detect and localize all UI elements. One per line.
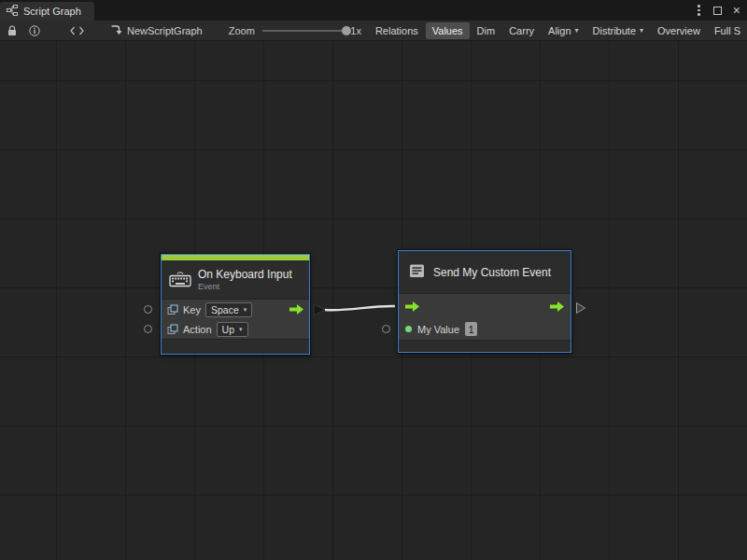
unity-script-graph-window: Script Graph ×: [0, 0, 747, 560]
keyboard-node-footer: [162, 339, 309, 354]
flow-output-arrow[interactable]: [550, 301, 564, 312]
node-title: Send My Custom Event: [433, 266, 551, 279]
script-graph-asset-icon: [110, 24, 121, 37]
wire-path: [325, 306, 395, 310]
key-dropdown-value: Space: [211, 304, 239, 315]
graph-canvas[interactable]: On Keyboard Input Event Key Space ▾: [0, 41, 747, 560]
my-value-field[interactable]: 1: [465, 322, 477, 336]
send-my-custom-event-node[interactable]: Send My Custom Event My Value 1: [398, 250, 571, 353]
key-row: Key Space ▾: [162, 300, 309, 319]
zoom-label: Zoom: [229, 25, 255, 36]
keyboard-node-header: On Keyboard Input Event: [162, 260, 309, 300]
caret-down-icon: ▾: [640, 26, 643, 35]
send-node-footer: [399, 340, 571, 352]
node-title: On Keyboard Input: [198, 268, 292, 281]
connection-wire: [0, 41, 747, 560]
info-icon[interactable]: [29, 25, 40, 36]
window-controls: ×: [696, 0, 740, 21]
graph-icon: [7, 5, 18, 18]
action-dropdown[interactable]: Up ▾: [217, 322, 248, 337]
zoom-slider-track: [262, 30, 345, 32]
align-button[interactable]: Align ▾: [542, 22, 585, 39]
graph-toolbar: NewScriptGraph Zoom 1x Relations Values …: [0, 21, 747, 41]
breadcrumb-label: NewScriptGraph: [127, 25, 203, 36]
lock-icon[interactable]: [7, 25, 17, 36]
dim-button[interactable]: Dim: [471, 22, 502, 39]
tab-script-graph[interactable]: Script Graph: [0, 2, 94, 21]
flow-input-arrow[interactable]: [405, 301, 419, 312]
relations-button[interactable]: Relations: [369, 22, 425, 39]
enum-type-icon: [167, 304, 178, 315]
zoom-slider[interactable]: [262, 25, 345, 36]
action-dropdown-value: Up: [222, 324, 234, 335]
my-value-label: My Value: [417, 324, 459, 335]
caret-down-icon: ▾: [244, 306, 247, 314]
tab-bar: Script Graph ×: [0, 0, 747, 21]
my-value-input-port[interactable]: [382, 325, 390, 333]
next-flow-port-triangle[interactable]: [575, 301, 586, 315]
values-button[interactable]: Values: [426, 22, 470, 39]
breadcrumb[interactable]: NewScriptGraph: [110, 24, 203, 37]
fullscreen-button[interactable]: Full S: [708, 22, 747, 39]
value-port-dot[interactable]: [405, 326, 412, 332]
maximize-icon[interactable]: [713, 7, 722, 15]
zoom-value: 1x: [350, 25, 361, 36]
zoom-slider-knob[interactable]: [342, 26, 351, 35]
flow-output-arrow[interactable]: [289, 304, 303, 315]
keyboard-node-titles: On Keyboard Input Event: [198, 268, 292, 291]
distribute-label: Distribute: [593, 25, 636, 36]
action-input-port[interactable]: [144, 325, 152, 333]
on-keyboard-input-node[interactable]: On Keyboard Input Event Key Space ▾: [161, 254, 310, 355]
send-node-header: Send My Custom Event: [399, 251, 571, 294]
graph-inspector-toggle-icon[interactable]: [70, 26, 84, 35]
node-subtitle: Event: [198, 282, 292, 291]
caret-down-icon: ▾: [239, 326, 243, 333]
carry-button[interactable]: Carry: [502, 22, 541, 39]
custom-event-icon: [408, 263, 427, 281]
close-icon[interactable]: ×: [733, 4, 740, 17]
key-dropdown[interactable]: Space ▾: [205, 302, 252, 317]
wire-start-arrow: [314, 304, 325, 315]
align-label: Align: [548, 25, 571, 36]
flow-row: [399, 294, 571, 318]
caret-down-icon: ▾: [575, 26, 579, 35]
key-input-port[interactable]: [144, 305, 152, 314]
distribute-button[interactable]: Distribute ▾: [586, 22, 650, 39]
action-port-label: Action: [183, 324, 212, 335]
enum-type-icon: [167, 324, 178, 335]
my-value-row: My Value 1: [399, 318, 571, 340]
tab-title: Script Graph: [23, 6, 81, 17]
overview-button[interactable]: Overview: [651, 22, 707, 39]
menu-icon[interactable]: [696, 3, 702, 18]
keyboard-icon: [169, 271, 191, 289]
action-row: Action Up ▾: [162, 319, 309, 339]
key-port-label: Key: [183, 304, 201, 315]
